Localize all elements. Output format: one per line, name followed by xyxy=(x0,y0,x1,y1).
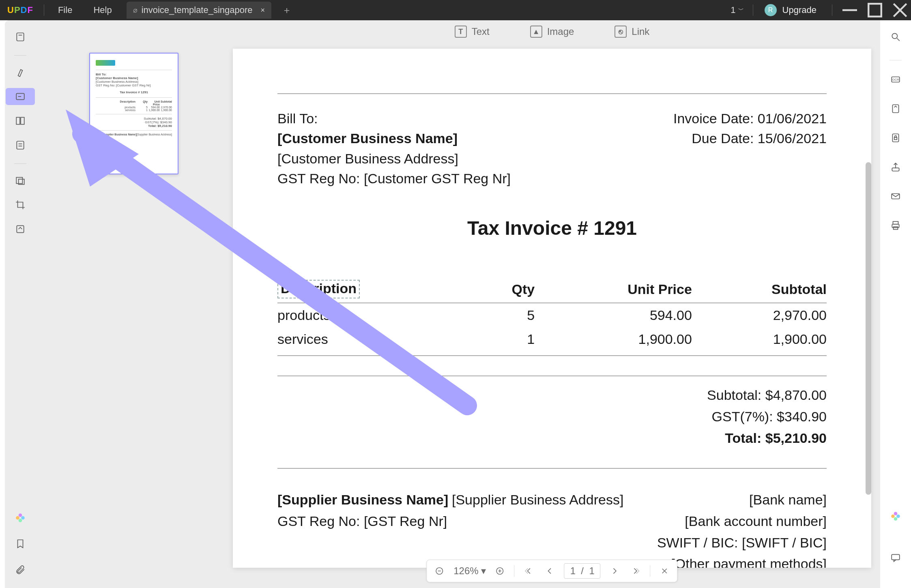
subtotal-row: Subtotal: $4,870.00 xyxy=(277,384,827,406)
workspace: Bill To:[Customer Business Name] [Custom… xyxy=(5,20,911,588)
separator xyxy=(514,565,515,577)
svg-rect-25 xyxy=(892,134,898,142)
share-button[interactable] xyxy=(887,159,904,176)
page-sep: / xyxy=(578,565,587,576)
separator xyxy=(44,4,44,16)
document-tab[interactable]: ⌀ invoice_template_singapore × xyxy=(127,2,271,19)
page-indicator[interactable]: 1 / 1 xyxy=(564,563,601,579)
svg-rect-9 xyxy=(21,117,24,124)
pages-tool[interactable] xyxy=(12,112,29,129)
svg-rect-31 xyxy=(894,227,898,230)
reader-tool[interactable] xyxy=(12,28,29,45)
tab-close-icon[interactable]: × xyxy=(261,6,265,15)
window-minimize-button[interactable] xyxy=(839,0,861,20)
text-icon: T xyxy=(455,26,467,38)
svg-point-16 xyxy=(19,513,22,517)
bookmark-tool[interactable] xyxy=(12,535,29,552)
bank-name: [Bank name] xyxy=(657,489,827,511)
crop-tool[interactable] xyxy=(12,196,29,213)
svg-rect-15 xyxy=(17,225,24,232)
swift: SWIFT / BIC: [SWIFT / BIC] xyxy=(657,532,827,554)
document-area: T Text ▲ Image ⎋ Link Bill To: [Customer… xyxy=(224,20,880,588)
convert-button[interactable] xyxy=(887,100,904,117)
mail-button[interactable] xyxy=(887,188,904,205)
svg-text:OCR: OCR xyxy=(892,78,899,82)
page-count-dropdown[interactable]: 1 ﹀ xyxy=(731,5,743,15)
window-maximize-button[interactable] xyxy=(864,0,886,20)
zoom-out-button[interactable] xyxy=(432,564,446,578)
compress-tool[interactable] xyxy=(12,221,29,238)
menu-file[interactable]: File xyxy=(47,5,83,15)
redact-tool[interactable] xyxy=(12,172,29,189)
svg-rect-8 xyxy=(16,117,20,124)
bank-account: [Bank account number] xyxy=(657,511,827,532)
thumb-row: services11,900.001,900.00 xyxy=(96,109,172,112)
bill-to-label: Bill To: xyxy=(277,109,511,129)
vertical-scrollbar[interactable] xyxy=(866,162,871,495)
invoice-title: Tax Invoice # 1291 xyxy=(277,217,827,239)
prev-page-button[interactable] xyxy=(543,564,557,578)
close-statusbar-button[interactable] xyxy=(658,564,672,578)
protect-button[interactable] xyxy=(887,129,904,146)
document-page[interactable]: Bill To: [Customer Business Name] [Custo… xyxy=(233,49,871,568)
thumb-row: products5594.002,970.00 xyxy=(96,106,172,109)
attachment-tool[interactable] xyxy=(12,561,29,578)
form-tool[interactable] xyxy=(12,137,29,154)
window-close-button[interactable] xyxy=(889,0,911,20)
zoom-dropdown[interactable]: 126% ▾ xyxy=(453,565,486,577)
svg-point-19 xyxy=(16,516,19,520)
search-button[interactable] xyxy=(887,28,904,45)
last-page-button[interactable] xyxy=(629,564,643,578)
svg-point-33 xyxy=(896,515,900,518)
next-page-button[interactable] xyxy=(608,564,622,578)
separator xyxy=(890,60,902,60)
svg-point-17 xyxy=(21,516,25,520)
document-tab-label: invoice_template_singapore xyxy=(142,5,253,15)
customer-name: [Customer Business Name] xyxy=(277,129,511,148)
thumb-bill-to: Bill To:[Customer Business Name] xyxy=(96,73,172,80)
invoice-date-row: Invoice Date: 01/06/2021 xyxy=(673,109,827,129)
due-date-row: Due Date: 15/06/2021 xyxy=(673,129,827,148)
link-icon: ⎋ xyxy=(614,26,627,38)
menu-help[interactable]: Help xyxy=(83,5,122,15)
edit-image-label: Image xyxy=(547,26,574,37)
page-thumbnail[interactable]: Bill To:[Customer Business Name] [Custom… xyxy=(89,53,178,174)
svg-rect-28 xyxy=(892,194,900,199)
current-page: 1 xyxy=(570,565,576,576)
edit-tool[interactable] xyxy=(6,88,35,105)
right-tool-rail: OCR xyxy=(880,20,911,588)
svg-rect-26 xyxy=(894,137,897,139)
svg-point-20 xyxy=(892,33,897,39)
thumb-logo xyxy=(96,60,115,66)
zoom-in-button[interactable] xyxy=(493,564,507,578)
user-avatar[interactable]: R xyxy=(765,4,777,16)
ocr-button[interactable]: OCR xyxy=(887,71,904,88)
image-icon: ▲ xyxy=(530,26,542,38)
thumb-gst: GST Reg No: [Customer GST Reg Nr] xyxy=(96,84,172,87)
svg-point-35 xyxy=(891,515,895,518)
svg-rect-4 xyxy=(17,33,24,41)
document-icon: ⌀ xyxy=(133,6,138,15)
comment-button[interactable] xyxy=(887,549,904,566)
add-tab-button[interactable]: ＋ xyxy=(282,4,292,17)
ai-tool[interactable] xyxy=(12,509,29,526)
upgrade-button[interactable]: Upgrade xyxy=(782,5,816,15)
edit-link-button[interactable]: ⎋ Link xyxy=(614,26,649,38)
total-pages: 1 xyxy=(589,565,594,576)
status-bar: 126% ▾ 1 / 1 xyxy=(426,560,677,582)
thumb-totals: Subtotal: $4,870.00GST(7%): $340.90Total… xyxy=(96,117,172,128)
print-button[interactable] xyxy=(887,217,904,234)
col-qty: Qty xyxy=(479,276,535,303)
col-subtotal: Subtotal xyxy=(692,276,827,303)
ai-assistant-button[interactable] xyxy=(887,508,904,525)
highlight-tool[interactable] xyxy=(12,64,29,81)
edit-link-label: Link xyxy=(632,26,649,37)
edit-image-button[interactable]: ▲ Image xyxy=(530,26,574,38)
svg-point-18 xyxy=(19,519,22,522)
table-row: services 1 1,900.00 1,900.00 xyxy=(277,327,827,351)
first-page-button[interactable] xyxy=(522,564,536,578)
separator xyxy=(650,565,651,577)
svg-rect-10 xyxy=(17,141,24,149)
edit-text-button[interactable]: T Text xyxy=(455,26,490,38)
customer-address: [Customer Business Address] xyxy=(277,149,511,169)
